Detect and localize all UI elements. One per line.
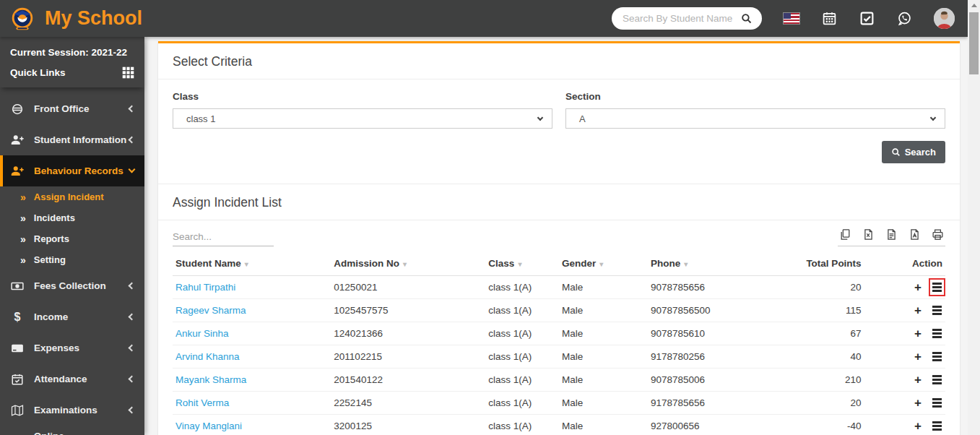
assign-incident-plus-icon[interactable]: + [914,420,922,432]
total-points-cell: 115 [787,299,864,322]
map-icon [10,404,25,417]
tasks-icon[interactable] [859,11,875,27]
global-search-input[interactable] [621,12,736,25]
assign-incident-plus-icon[interactable]: + [914,350,922,363]
quick-links[interactable]: Quick Links [10,66,134,79]
search-button-label: Search [905,147,936,158]
row-menu-icon[interactable] [932,374,942,385]
current-session-label: Current Session: 2021-22 [10,47,134,58]
excel-icon[interactable] [862,228,875,241]
assign-incident-plus-icon[interactable]: + [914,397,922,409]
session-block: Current Session: 2021-22 Quick Links [0,37,144,87]
gender-cell: Male [559,345,648,369]
submenu-item-assign-incident[interactable]: »Assign Incident [0,186,144,207]
admission-no-cell: 3200125 [331,415,485,435]
admission-no-cell: 2252145 [331,392,485,415]
chevron-left-icon [129,314,136,321]
sidebar-item-label: Behaviour Records [34,165,123,176]
sidebar-item-front-office[interactable]: Front Office [0,93,144,124]
sidebar-item-fees-collection[interactable]: Fees Collection [0,270,144,301]
phone-cell: 9178785656 [648,392,787,415]
search-button[interactable]: Search [882,141,945,163]
sidebar-item-expenses[interactable]: Expenses [0,332,144,363]
double-angle-icon: » [20,254,26,266]
sidebar-item-income[interactable]: $Income [0,301,144,332]
class-label: Class [173,91,552,102]
column-header-student-name[interactable]: Student Name▾ [173,252,331,276]
row-menu-icon[interactable] [932,327,942,339]
assign-incident-plus-icon[interactable]: + [914,327,922,340]
sort-caret-icon: ▾ [518,260,521,268]
sidebar-item-student-information[interactable]: Student Information [0,124,144,155]
us-flag-icon[interactable] [784,11,799,27]
chevron-down-icon [129,166,136,173]
money-icon [10,280,25,293]
class-cell: class 1(A) [485,276,559,299]
assign-incident-plus-icon[interactable]: + [914,281,922,293]
column-header-admission-no[interactable]: Admission No▾ [331,252,485,276]
search-icon[interactable] [740,12,753,25]
school-logo-icon [9,5,36,33]
whatsapp-icon[interactable] [896,11,912,27]
text-file-icon[interactable] [885,228,898,241]
section-select[interactable]: A [565,108,945,129]
submenu-item-reports[interactable]: »Reports [0,228,144,249]
pdf-icon[interactable] [909,228,921,241]
sidebar-item-label: Front Office [34,103,90,114]
vertical-scrollbar[interactable] [968,0,980,435]
submenu-item-incidents[interactable]: »Incidents [0,207,144,228]
chevron-left-icon [129,345,136,352]
scrollbar-thumb[interactable] [969,12,979,74]
calendar-check-icon [10,373,25,386]
column-header-gender[interactable]: Gender▾ [559,252,648,276]
sidebar-submenu: »Assign Incident»Incidents»Reports»Setti… [0,186,144,270]
row-menu-icon[interactable] [932,304,942,316]
sort-caret-icon: ▾ [599,260,603,268]
assign-incident-plus-icon[interactable]: + [914,374,922,386]
copy-icon[interactable] [839,228,851,241]
student-name-link[interactable]: Ankur Sinha [175,328,229,339]
table-search [173,228,274,246]
double-angle-icon: » [20,212,26,224]
total-points-cell: 67 [787,322,864,345]
sidebar-item-online-examinations[interactable]: Online Examinations [0,426,144,435]
sidebar-item-label: Attendance [34,374,87,384]
column-header-class[interactable]: Class▾ [485,252,559,276]
student-name-link[interactable]: Rahul Tirpathi [175,282,235,293]
table-row: Ankur Sinha124021366class 1(A)Male907878… [173,322,945,345]
student-name-link[interactable]: Vinay Manglani [175,421,242,431]
row-menu-icon[interactable] [932,350,942,362]
sidebar-item-label: Fees Collection [34,280,106,291]
student-name-link[interactable]: Rohit Verma [175,397,229,408]
sidebar-item-examinations[interactable]: Examinations [0,395,144,426]
sidebar-item-behaviour-records[interactable]: Behaviour Records [0,155,144,186]
sidebar-item-label: Examinations [34,405,97,415]
incident-table: Student Name▾Admission No▾Class▾Gender▾P… [173,252,945,435]
print-icon[interactable] [932,228,944,241]
row-menu-icon[interactable] [932,397,942,408]
total-points-cell: 210 [787,369,864,392]
student-name-link[interactable]: Mayank Sharma [175,374,246,385]
scrollbar-up-arrow[interactable] [968,0,980,11]
sidebar-item-label: Income [34,311,68,322]
user-avatar[interactable] [934,8,955,29]
admission-no-cell: 201540122 [331,369,485,392]
double-angle-icon: » [20,233,26,245]
calendar-icon[interactable] [821,11,837,27]
student-name-link[interactable]: Rageev Sharma [175,305,246,316]
assign-incident-plus-icon[interactable]: + [914,304,922,316]
column-header-phone[interactable]: Phone▾ [648,252,787,276]
row-menu-icon[interactable] [932,281,942,293]
class-select[interactable]: class 1 [173,108,552,129]
submenu-item-setting[interactable]: »Setting [0,249,144,270]
gender-cell: Male [559,299,648,322]
sidebar-item-attendance[interactable]: Attendance [0,363,144,395]
admission-no-cell: 1025457575 [331,299,485,322]
phone-cell: 9178780256 [648,345,787,369]
class-cell: class 1(A) [485,299,559,322]
class-cell: class 1(A) [485,322,559,345]
row-menu-icon[interactable] [932,420,942,431]
grid-icon[interactable] [122,66,134,79]
student-name-link[interactable]: Arvind Khanna [175,351,240,362]
table-search-input[interactable] [173,228,274,246]
